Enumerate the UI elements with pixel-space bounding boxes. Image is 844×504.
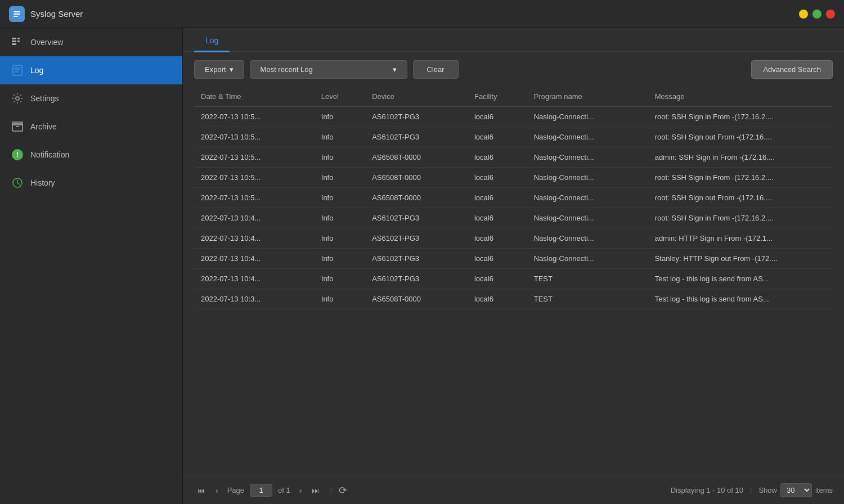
prev-page-button[interactable]: ‹ — [212, 484, 222, 497]
last-page-button[interactable]: ⏭ — [308, 484, 323, 497]
of-text: of 1 — [278, 486, 290, 494]
table-row[interactable]: 2022-07-13 10:5...InfoAS6508T-0000local6… — [194, 188, 833, 208]
svg-rect-12 — [15, 71, 19, 73]
table-row[interactable]: 2022-07-13 10:5...InfoAS6102T-PG3local6N… — [194, 107, 833, 127]
next-page-button[interactable]: › — [296, 484, 306, 497]
close-button[interactable] — [826, 10, 835, 19]
table-row[interactable]: 2022-07-13 10:4...InfoAS6102T-PG3local6N… — [194, 228, 833, 249]
sidebar-item-settings[interactable]: Settings — [0, 84, 182, 112]
pagination-divider-2: | — [750, 486, 752, 494]
cell-5-3: local6 — [468, 208, 527, 228]
cell-1-5: root: SSH Sign out From -(172.16.... — [648, 127, 833, 147]
display-text: Displaying 1 - 10 of 10 — [671, 486, 743, 494]
cell-2-2: AS6508T-0000 — [365, 147, 468, 168]
cell-4-1: Info — [315, 188, 365, 208]
tab-bar: Log — [183, 28, 844, 52]
cell-2-0: 2022-07-13 10:5... — [194, 147, 315, 168]
svg-rect-7 — [17, 38, 20, 39]
first-page-button[interactable]: ⏮ — [194, 484, 209, 497]
cell-0-3: local6 — [468, 107, 527, 127]
notification-icon: ! — [11, 148, 24, 161]
svg-point-13 — [16, 97, 19, 100]
cell-5-0: 2022-07-13 10:4... — [194, 208, 315, 228]
maximize-button[interactable] — [812, 10, 821, 19]
svg-rect-2 — [14, 14, 20, 15]
app-icon — [9, 6, 25, 22]
tab-log[interactable]: Log — [194, 28, 230, 52]
cell-9-0: 2022-07-13 10:3... — [194, 289, 315, 309]
clear-button[interactable]: Clear — [413, 60, 459, 79]
svg-rect-8 — [17, 40, 20, 42]
cell-7-0: 2022-07-13 10:4... — [194, 249, 315, 269]
cell-3-3: local6 — [468, 168, 527, 188]
window-controls — [799, 10, 835, 19]
sidebar-item-history-label: History — [30, 178, 55, 187]
col-header-facility: Facility — [468, 87, 527, 107]
svg-text:!: ! — [16, 150, 19, 159]
cell-5-4: Naslog-Connecti... — [527, 208, 648, 228]
show-label: Show — [758, 486, 777, 494]
cell-6-1: Info — [315, 228, 365, 249]
refresh-button[interactable]: ⟳ — [339, 484, 347, 497]
cell-0-5: root: SSH Sign in From -(172.16.2.... — [648, 107, 833, 127]
export-button[interactable]: Export ▾ — [194, 60, 244, 79]
sidebar-item-history[interactable]: History — [0, 169, 182, 197]
cell-7-4: Naslog-Connecti... — [527, 249, 648, 269]
table-row[interactable]: 2022-07-13 10:5...InfoAS6102T-PG3local6N… — [194, 127, 833, 147]
pagination-divider: | — [330, 486, 331, 494]
table-header: Date & TimeLevelDeviceFacilityProgram na… — [194, 87, 833, 107]
table-row[interactable]: 2022-07-13 10:3...InfoAS6508T-0000local6… — [194, 289, 833, 309]
sidebar-item-settings-label: Settings — [30, 94, 59, 103]
cell-1-4: Naslog-Connecti... — [527, 127, 648, 147]
sidebar-item-overview[interactable]: Overview — [0, 28, 182, 56]
cell-3-1: Info — [315, 168, 365, 188]
cell-4-2: AS6508T-0000 — [365, 188, 468, 208]
table-row[interactable]: 2022-07-13 10:4...InfoAS6102T-PG3local6N… — [194, 249, 833, 269]
sidebar-item-overview-label: Overview — [30, 38, 63, 47]
main-layout: OverviewLogSettingsArchive!NotificationH… — [0, 28, 844, 504]
cell-3-5: root: SSH Sign in From -(172.16.2.... — [648, 168, 833, 188]
log-table: Date & TimeLevelDeviceFacilityProgram na… — [194, 87, 833, 309]
cell-4-4: Naslog-Connecti... — [527, 188, 648, 208]
log-filter-dropdown[interactable]: Most recent Log ▾ — [250, 60, 407, 79]
pagination-right: Displaying 1 - 10 of 10 | Show 30 50 100… — [671, 483, 833, 497]
cell-1-3: local6 — [468, 127, 527, 147]
table-row[interactable]: 2022-07-13 10:4...InfoAS6102T-PG3local6N… — [194, 208, 833, 228]
cell-9-4: TEST — [527, 289, 648, 309]
cell-4-0: 2022-07-13 10:5... — [194, 188, 315, 208]
svg-rect-11 — [15, 70, 20, 71]
sidebar-item-log-label: Log — [30, 66, 43, 75]
page-number-input[interactable] — [250, 484, 272, 497]
cell-1-1: Info — [315, 127, 365, 147]
table-row[interactable]: 2022-07-13 10:5...InfoAS6508T-0000local6… — [194, 147, 833, 168]
col-header-message: Message — [648, 87, 833, 107]
history-icon — [11, 177, 24, 189]
advanced-search-button[interactable]: Advanced Search — [751, 60, 833, 79]
log-filter-chevron-icon: ▾ — [393, 65, 397, 74]
table-row[interactable]: 2022-07-13 10:4...InfoAS6102T-PG3local6T… — [194, 269, 833, 289]
table-row[interactable]: 2022-07-13 10:5...InfoAS6508T-0000local6… — [194, 168, 833, 188]
minimize-button[interactable] — [799, 10, 808, 19]
cell-3-0: 2022-07-13 10:5... — [194, 168, 315, 188]
sidebar: OverviewLogSettingsArchive!NotificationH… — [0, 28, 183, 504]
sidebar-item-archive[interactable]: Archive — [0, 112, 182, 141]
titlebar: Syslog Server — [0, 0, 844, 28]
sidebar-item-notification-label: Notification — [30, 150, 69, 159]
app-title: Syslog Server — [30, 9, 799, 19]
cell-3-2: AS6508T-0000 — [365, 168, 468, 188]
cell-6-2: AS6102T-PG3 — [365, 228, 468, 249]
cell-0-1: Info — [315, 107, 365, 127]
sidebar-item-notification[interactable]: !Notification — [0, 141, 182, 169]
cell-7-2: AS6102T-PG3 — [365, 249, 468, 269]
cell-6-5: admin: HTTP Sign in From -(172.1... — [648, 228, 833, 249]
sidebar-item-log[interactable]: Log — [0, 56, 182, 84]
items-per-page-select[interactable]: 30 50 100 — [780, 483, 812, 497]
cell-0-4: Naslog-Connecti... — [527, 107, 648, 127]
archive-icon — [11, 120, 24, 133]
cell-8-5: Test log - this log is send from AS... — [648, 269, 833, 289]
log-icon — [11, 64, 24, 76]
col-header-level: Level — [315, 87, 365, 107]
table-header-row: Date & TimeLevelDeviceFacilityProgram na… — [194, 87, 833, 107]
cell-1-0: 2022-07-13 10:5... — [194, 127, 315, 147]
cell-8-3: local6 — [468, 269, 527, 289]
